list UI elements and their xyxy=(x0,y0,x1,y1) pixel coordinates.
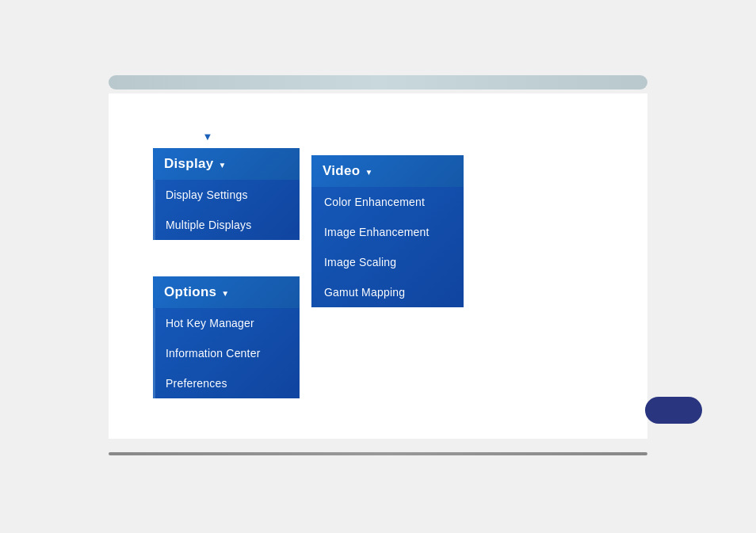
options-menu-title: Options xyxy=(164,284,216,300)
display-menu-items: Display Settings Multiple Displays xyxy=(153,180,300,240)
bottom-bar xyxy=(109,452,647,455)
display-menu-header[interactable]: Display ▼ xyxy=(153,148,300,180)
options-menu-header[interactable]: Options ▼ xyxy=(153,276,300,308)
video-menu-header[interactable]: Video ▼ xyxy=(311,155,464,187)
options-menu-arrow: ▼ xyxy=(221,289,229,298)
image-scaling-item[interactable]: Image Scaling xyxy=(311,247,464,277)
oval-button[interactable] xyxy=(645,397,702,424)
information-center-item[interactable]: Information Center xyxy=(153,338,300,368)
preferences-item[interactable]: Preferences xyxy=(153,368,300,398)
checkbox-mark-icon xyxy=(200,129,215,143)
display-menu: Display ▼ Display Settings Multiple Disp… xyxy=(153,148,300,240)
video-menu-arrow: ▼ xyxy=(365,168,372,177)
video-menu: Video ▼ Color Enhancement Image Enhancem… xyxy=(311,155,464,307)
display-menu-title: Display xyxy=(164,156,214,172)
image-enhancement-item[interactable]: Image Enhancement xyxy=(311,217,464,247)
options-menu: Options ▼ Hot Key Manager Information Ce… xyxy=(153,276,300,398)
display-menu-arrow: ▼ xyxy=(219,161,227,169)
multiple-displays-item[interactable]: Multiple Displays xyxy=(153,210,300,240)
display-settings-item[interactable]: Display Settings xyxy=(153,180,300,210)
top-bar xyxy=(109,75,647,89)
logo-icon xyxy=(200,129,216,143)
video-menu-items: Color Enhancement Image Enhancement Imag… xyxy=(311,187,464,307)
options-menu-items: Hot Key Manager Information Center Prefe… xyxy=(153,308,300,398)
gamut-mapping-item[interactable]: Gamut Mapping xyxy=(311,277,464,307)
hot-key-manager-item[interactable]: Hot Key Manager xyxy=(153,308,300,338)
video-menu-title: Video xyxy=(323,163,360,179)
color-enhancement-item[interactable]: Color Enhancement xyxy=(311,187,464,217)
